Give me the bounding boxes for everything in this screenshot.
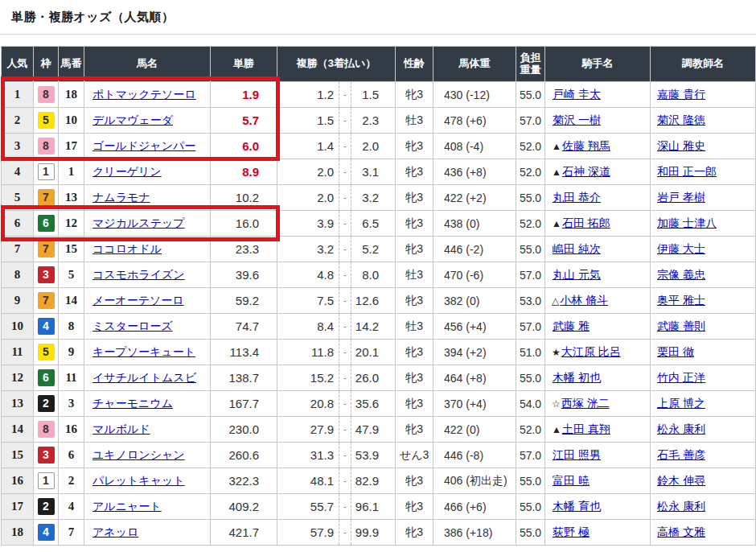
rank-cell: 10 bbox=[2, 314, 34, 340]
horse-name-link[interactable]: ミスターローズ bbox=[92, 319, 173, 332]
trainer-link[interactable]: 加藤 士津八 bbox=[657, 216, 717, 229]
frame-cell: 8 bbox=[34, 134, 59, 159]
jockey-link[interactable]: 佐藤 翔馬 bbox=[562, 139, 610, 152]
trainer-link[interactable]: 嘉藤 貴行 bbox=[657, 88, 705, 101]
horse-name-link[interactable]: ナムラモナ bbox=[92, 191, 150, 204]
horse-name-cell: メーオーテソーロ bbox=[84, 288, 211, 314]
horse-name-cell: キープソーキュート bbox=[84, 340, 211, 365]
trainer-link[interactable]: 和田 正一郎 bbox=[657, 165, 717, 178]
jockey-link[interactable]: 土田 真翔 bbox=[562, 422, 610, 435]
trainer-cell: 嘉藤 貴行 bbox=[651, 82, 756, 108]
header-carried-line2: 重量 bbox=[516, 64, 544, 76]
jockey-link[interactable]: 西塚 洸二 bbox=[561, 397, 610, 410]
jockey-link[interactable]: 石神 深道 bbox=[562, 165, 610, 178]
jockey-link[interactable]: 丸山 元気 bbox=[553, 268, 601, 281]
rank-cell: 5 bbox=[2, 185, 34, 211]
horse-name-link[interactable]: イサチルイトムスビ bbox=[92, 371, 196, 384]
trainer-link[interactable]: 岩戸 孝樹 bbox=[657, 191, 705, 204]
win-odds-cell: 409.2 bbox=[211, 494, 277, 520]
horse-name-link[interactable]: デルマヴェーダ bbox=[92, 113, 173, 126]
rank-cell: 7 bbox=[2, 237, 34, 262]
trainer-link[interactable]: 高橋 文雅 bbox=[657, 525, 705, 538]
jockey-link[interactable]: 富田 暁 bbox=[553, 474, 590, 487]
win-odds-value: 23.3 bbox=[236, 242, 259, 256]
trainer-link[interactable]: 菊沢 隆徳 bbox=[657, 113, 705, 126]
jockey-link[interactable]: 石田 拓郎 bbox=[562, 216, 610, 229]
place-odds-min: 7.5 bbox=[277, 288, 339, 314]
trainer-link[interactable]: 宗像 義忠 bbox=[657, 268, 705, 281]
trainer-link[interactable]: 竹内 正洋 bbox=[657, 371, 705, 384]
horse-name-link[interactable]: アルニャート bbox=[92, 500, 162, 513]
trainer-link[interactable]: 石毛 善彦 bbox=[657, 448, 705, 461]
trainer-link[interactable]: 深山 雅史 bbox=[657, 139, 705, 152]
horse-name-link[interactable]: マジカルステップ bbox=[92, 216, 185, 229]
horse-name-link[interactable]: アネッロ bbox=[92, 525, 138, 538]
horse-weight-cell: 478 (+6) bbox=[433, 108, 516, 134]
carried-weight-cell: 57.0 bbox=[516, 262, 545, 288]
trainer-link[interactable]: 上原 博之 bbox=[657, 397, 705, 410]
rank-cell: 6 bbox=[2, 211, 34, 237]
frame-badge: 4 bbox=[38, 318, 55, 335]
jockey-link[interactable]: 武藤 雅 bbox=[553, 319, 590, 332]
trainer-link[interactable]: 伊藤 大士 bbox=[657, 242, 705, 255]
horse-name-link[interactable]: キープソーキュート bbox=[92, 345, 195, 358]
frame-cell: 8 bbox=[34, 417, 59, 443]
jockey-link[interactable]: 嶋田 純次 bbox=[553, 242, 601, 255]
sex-age-cell: 牝3 bbox=[396, 494, 433, 520]
header-trainer: 調教師名 bbox=[651, 47, 756, 82]
rank-cell: 16 bbox=[2, 468, 34, 494]
frame-cell: 5 bbox=[34, 108, 59, 134]
trainer-link[interactable]: 武藤 善則 bbox=[657, 319, 705, 332]
horse-name-link[interactable]: クリーゲリン bbox=[92, 165, 162, 178]
jockey-link[interactable]: 江田 照男 bbox=[553, 448, 601, 461]
horse-name-link[interactable]: コスモホライズン bbox=[92, 268, 185, 281]
trainer-link[interactable]: 鈴木 伸尋 bbox=[657, 474, 705, 487]
jockey-link[interactable]: 小林 脩斗 bbox=[560, 294, 608, 307]
frame-cell: 6 bbox=[34, 211, 59, 237]
place-odds-separator: - bbox=[339, 468, 351, 494]
trainer-link[interactable]: 栗田 徹 bbox=[657, 345, 694, 358]
win-odds-cell: 8.9 bbox=[211, 159, 277, 185]
apprentice-mark: ▲ bbox=[552, 141, 561, 152]
jockey-link[interactable]: 荻野 極 bbox=[553, 525, 590, 538]
table-row: 7 7 15 ココロオドル 23.3 3.2 - 5.2 牝3 446 (-2)… bbox=[2, 237, 756, 262]
trainer-cell: 加藤 士津八 bbox=[651, 211, 756, 237]
trainer-cell: 上原 博之 bbox=[651, 391, 756, 417]
frame-badge: 3 bbox=[38, 266, 55, 283]
sex-age-cell: 牝3 bbox=[396, 82, 433, 108]
rank-cell: 4 bbox=[2, 159, 34, 185]
horse-name-link[interactable]: ゴールドジャンパー bbox=[92, 139, 195, 152]
jockey-link[interactable]: 木幡 初也 bbox=[553, 371, 601, 384]
place-odds-max: 2.3 bbox=[351, 108, 396, 134]
jockey-link[interactable]: 大江原 比呂 bbox=[561, 345, 621, 358]
win-odds-cell: 5.7 bbox=[211, 108, 277, 134]
jockey-link[interactable]: 木幡 育也 bbox=[553, 500, 601, 513]
horse-weight-cell: 386 (+18) bbox=[433, 520, 516, 546]
horse-name-link[interactable]: メーオーテソーロ bbox=[92, 294, 184, 307]
place-odds-separator: - bbox=[339, 237, 351, 262]
frame-badge: 8 bbox=[38, 138, 55, 154]
jockey-link[interactable]: 菊沢 一樹 bbox=[553, 113, 601, 126]
horse-name-link[interactable]: パレットキャット bbox=[92, 474, 185, 487]
place-odds-max: 3.2 bbox=[351, 185, 396, 211]
horse-name-link[interactable]: チャーモニウム bbox=[92, 397, 173, 410]
frame-cell: 5 bbox=[34, 340, 59, 365]
trainer-link[interactable]: 松永 康利 bbox=[657, 422, 705, 435]
horse-name-link[interactable]: ポトマックテソーロ bbox=[92, 88, 196, 101]
horse-name-link[interactable]: ココロオドル bbox=[92, 242, 162, 255]
table-row: 2 5 10 デルマヴェーダ 5.7 1.5 - 2.3 牡3 478 (+6)… bbox=[2, 108, 756, 134]
rank-cell: 11 bbox=[2, 340, 34, 365]
trainer-link[interactable]: 松永 康利 bbox=[657, 500, 705, 513]
horse-name-link[interactable]: マルボルド bbox=[92, 422, 150, 435]
jockey-link[interactable]: 丸田 恭介 bbox=[553, 191, 601, 204]
frame-badge: 6 bbox=[38, 369, 55, 386]
table-row: 4 1 1 クリーゲリン 8.9 2.0 - 3.1 牝3 436 (+8) 5… bbox=[2, 159, 756, 185]
jockey-link[interactable]: 戸崎 圭太 bbox=[553, 88, 601, 101]
win-odds-cell: 113.4 bbox=[211, 340, 277, 365]
trainer-cell: 鈴木 伸尋 bbox=[651, 468, 756, 494]
table-row: 14 8 16 マルボルド 230.0 27.9 - 47.9 牝3 422 (… bbox=[2, 417, 756, 443]
place-odds-separator: - bbox=[339, 365, 351, 391]
trainer-link[interactable]: 奥平 雅士 bbox=[657, 294, 705, 307]
place-odds-min: 1.4 bbox=[277, 134, 339, 159]
horse-name-link[interactable]: ユキノロンシャン bbox=[92, 448, 185, 461]
